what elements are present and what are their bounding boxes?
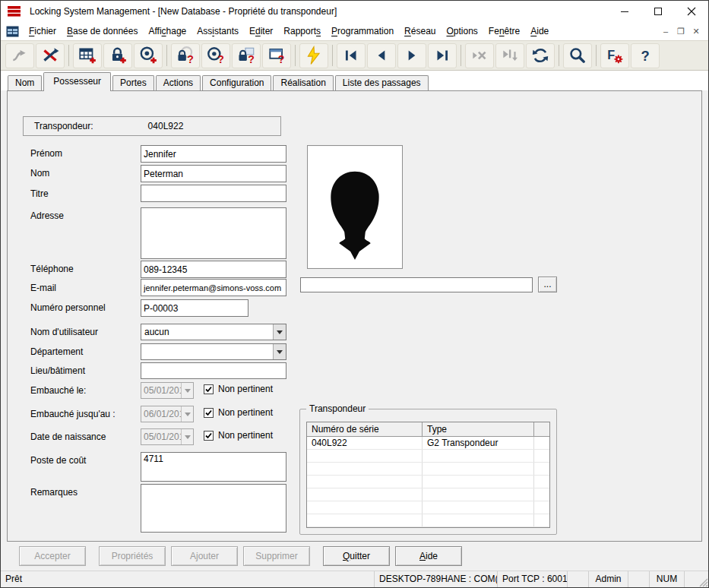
embauche-le-non-pertinent[interactable]: Non pertinent xyxy=(204,384,273,394)
transponder-groupbox-title: Transpondeur xyxy=(306,403,369,414)
menu-affichage[interactable]: Affichage xyxy=(143,24,191,39)
menu-editer[interactable]: Editer xyxy=(244,24,278,39)
help-icon[interactable]: ? xyxy=(631,43,660,68)
quitter-button[interactable]: Quitter xyxy=(323,546,390,566)
menu-aide[interactable]: Aide xyxy=(525,24,554,39)
embauche-jusquau-non-pertinent[interactable]: Non pertinent xyxy=(204,407,273,418)
mdi-close-button[interactable]: ✕ xyxy=(688,24,704,38)
chevron-down-icon[interactable] xyxy=(273,344,286,359)
jump-icon xyxy=(5,43,34,68)
read-lock-icon[interactable]: ? xyxy=(171,43,200,68)
read-transponder-icon[interactable]: ? xyxy=(201,43,230,68)
nav-last-icon[interactable] xyxy=(428,43,457,68)
table-empty-row[interactable] xyxy=(307,488,549,501)
menu-r-seau[interactable]: Réseau xyxy=(399,24,441,39)
nom-utilisateur-value: aucun xyxy=(141,324,273,340)
chevron-down-icon[interactable] xyxy=(273,324,286,340)
search-icon[interactable] xyxy=(563,43,592,68)
table-empty-row[interactable] xyxy=(307,501,549,514)
read-network-icon[interactable]: ? xyxy=(262,43,291,68)
menu-assistants[interactable]: Assistants xyxy=(191,24,244,39)
refresh-icon[interactable] xyxy=(526,43,555,68)
table-cell xyxy=(307,476,423,488)
disconnect-icon[interactable] xyxy=(36,43,65,68)
checkbox-checked-icon[interactable] xyxy=(204,384,214,394)
adresse-field[interactable] xyxy=(141,207,286,259)
tab-nom[interactable]: Nom xyxy=(8,75,42,90)
nav-prev-icon[interactable] xyxy=(367,43,396,68)
table-cell xyxy=(307,527,423,528)
tab-liste-des-passages[interactable]: Liste des passages xyxy=(335,75,429,90)
tab-possesseur[interactable]: Possesseur xyxy=(43,72,111,91)
table-cell xyxy=(534,527,549,528)
departement-combo[interactable] xyxy=(141,343,286,360)
photo-path-field[interactable] xyxy=(300,277,533,292)
mdi-restore-button[interactable]: ❐ xyxy=(673,24,688,38)
toolbar-separator xyxy=(596,45,597,66)
checkbox-checked-icon[interactable] xyxy=(204,408,214,418)
tab-actions[interactable]: Actions xyxy=(156,75,201,90)
table-empty-row[interactable] xyxy=(307,476,549,488)
maximize-button[interactable] xyxy=(641,1,675,22)
table-cell: Numéro de série xyxy=(307,422,423,436)
nom-utilisateur-combo[interactable]: aucun xyxy=(141,324,286,340)
lieu-batiment-field[interactable] xyxy=(141,362,286,379)
checkbox-checked-icon[interactable] xyxy=(204,431,214,441)
email-field[interactable] xyxy=(141,279,286,296)
close-button[interactable] xyxy=(675,1,708,22)
tab-r-alisation[interactable]: Réalisation xyxy=(273,75,333,90)
tab-configuration[interactable]: Configuration xyxy=(202,75,271,90)
numero-personnel-label: Numéro personnel xyxy=(30,302,106,313)
status-ready-text: Prêt xyxy=(1,571,374,587)
toolbar-separator xyxy=(295,45,296,66)
menu-base-de-donn-es[interactable]: Base de données xyxy=(62,24,143,39)
table-empty-row[interactable] xyxy=(307,450,549,463)
table-empty-row[interactable] xyxy=(307,463,549,476)
menu-options[interactable]: Options xyxy=(441,24,483,39)
table-cell xyxy=(534,450,549,462)
poste-cout-field[interactable]: 4711 xyxy=(141,452,286,482)
date-naissance-date-picker: 05/01/201 xyxy=(141,428,194,445)
date-naissance-non-pertinent[interactable]: Non pertinent xyxy=(204,430,273,441)
tab-portes[interactable]: Portes xyxy=(112,75,154,90)
prenom-field[interactable] xyxy=(141,145,286,163)
new-lock-icon[interactable] xyxy=(103,43,132,68)
adresse-label: Adresse xyxy=(30,210,64,221)
transponder-table[interactable]: Numéro de sérieType040L922G2 Transpondeu… xyxy=(306,422,550,528)
table-cell xyxy=(307,450,423,462)
read-lock-g1-icon[interactable]: ? xyxy=(232,43,261,68)
table-empty-row[interactable] xyxy=(307,527,549,528)
svg-text:F: F xyxy=(607,48,615,62)
nom-field[interactable] xyxy=(141,165,286,182)
menu-items: FichierBase de donnéesAffichageAssistant… xyxy=(24,24,554,39)
ajouter-button: Ajouter xyxy=(171,546,238,566)
menu-fen-tre[interactable]: Fenêtre xyxy=(483,24,525,39)
new-locking-system-icon[interactable] xyxy=(73,43,102,68)
mdi-minimize-button[interactable]: – xyxy=(658,24,673,38)
numero-personnel-field[interactable] xyxy=(141,299,248,317)
nav-first-icon[interactable] xyxy=(337,43,366,68)
prenom-label: Prénom xyxy=(30,148,62,159)
new-transponder-icon[interactable] xyxy=(134,43,163,68)
menu-fichier[interactable]: Fichier xyxy=(24,24,62,39)
menu-programmation[interactable]: Programmation xyxy=(326,24,399,39)
table-cell xyxy=(534,437,549,449)
table-cell xyxy=(423,514,534,526)
remarques-field[interactable] xyxy=(141,484,286,533)
telephone-field[interactable] xyxy=(141,261,286,278)
resize-grip[interactable] xyxy=(696,571,708,587)
browse-button[interactable]: ... xyxy=(538,277,557,292)
table-row[interactable]: 040L922G2 Transpondeur xyxy=(307,437,549,450)
table-cell xyxy=(307,514,423,526)
nom-label: Nom xyxy=(30,168,49,179)
embauche-jusquau-date-picker: 06/01/201 xyxy=(141,406,194,422)
program-flash-icon[interactable] xyxy=(299,43,328,68)
menu-rapports[interactable]: Rapports xyxy=(278,24,326,39)
report-settings-icon[interactable]: F xyxy=(600,43,629,68)
aide-button[interactable]: Aide xyxy=(395,546,462,566)
table-empty-row[interactable] xyxy=(307,514,549,527)
minimize-button[interactable] xyxy=(608,1,641,22)
titre-field[interactable] xyxy=(141,185,286,202)
nav-next-icon[interactable] xyxy=(397,43,426,68)
owner-photo xyxy=(307,145,403,269)
